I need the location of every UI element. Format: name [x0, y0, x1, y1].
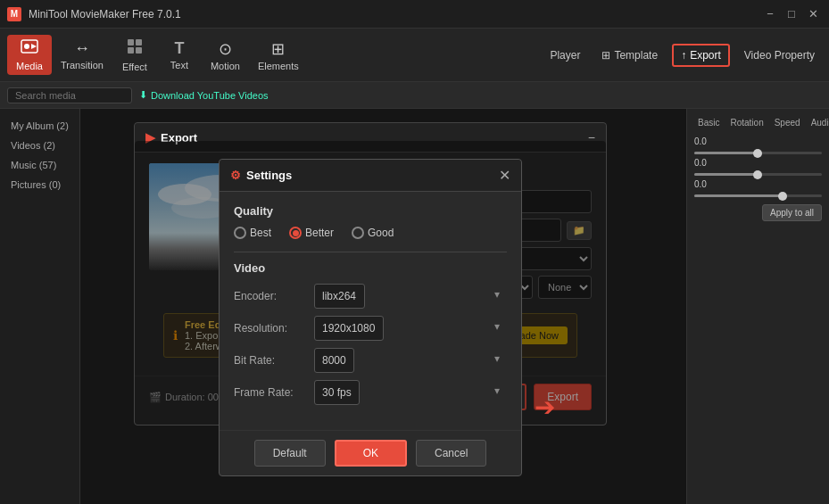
settings-quality-title: Quality [234, 204, 507, 218]
sidebar: My Album (2) Videos (2) Music (57) Pictu… [0, 109, 80, 504]
settings-modal-footer: Default OK Cancel [220, 430, 521, 475]
template-icon: ⊞ [601, 49, 610, 62]
export-modal-overlay: ▶ Export − [80, 109, 686, 504]
encoder-select[interactable]: libx264libx265mpeg4 [314, 284, 365, 309]
quality-better-option[interactable]: Better [289, 227, 334, 239]
right-panel-values: 0.0 0.0 0.0 [694, 136, 822, 197]
resolution-select[interactable]: 1920x10801280x720640x480 [314, 316, 384, 341]
motion-icon: ⊙ [219, 39, 232, 59]
quality-good-radio[interactable] [352, 227, 364, 239]
toolbar-effect[interactable]: Effect [112, 34, 157, 76]
elements-icon: ⊞ [271, 39, 285, 59]
window-controls: − □ ✕ [761, 5, 822, 23]
sidebar-item-pictures[interactable]: Pictures (0) [4, 175, 76, 194]
quality-good-label: Good [368, 227, 394, 239]
rp-slider-1[interactable] [694, 152, 822, 154]
main-toolbar: Media ↔ Transition Effect T Text ⊙ Motio… [0, 29, 829, 82]
quality-best-radio[interactable] [234, 227, 246, 239]
toolbar-media[interactable]: Media [7, 35, 52, 75]
sidebar-item-my-album[interactable]: My Album (2) [4, 116, 76, 136]
framerate-label: Frame Rate: [234, 386, 305, 399]
close-button[interactable]: ✕ [804, 5, 822, 23]
settings-quality-section: Quality Best [234, 204, 507, 239]
tab-rotation[interactable]: Rotation [726, 116, 767, 129]
settings-modal-header: ⚙ Settings ✕ [220, 160, 521, 192]
encoder-label: Encoder: [234, 290, 305, 302]
toolbar-transition[interactable]: ↔ Transition [52, 36, 112, 74]
tab-speed[interactable]: Speed [771, 116, 804, 129]
download-icon: ⬇ [139, 89, 147, 101]
main-area: My Album (2) Videos (2) Music (57) Pictu… [0, 109, 829, 504]
svg-point-1 [24, 44, 29, 49]
ok-button[interactable]: OK [335, 440, 407, 467]
quality-best-option[interactable]: Best [234, 227, 271, 239]
transition-icon: ↔ [74, 39, 90, 58]
bitrate-select-wrapper: 8000600040002000 [314, 348, 507, 373]
default-button[interactable]: Default [254, 440, 326, 467]
text-icon: T [174, 39, 184, 58]
second-toolbar: ⬇ Download YouTube Videos [0, 82, 829, 109]
settings-modal-overlay: ⚙ Settings ✕ Quality [135, 141, 606, 425]
export-button[interactable]: ↑ Export [672, 44, 730, 67]
resolution-label: Resolution: [234, 322, 305, 335]
bitrate-row: Bit Rate: 8000600040002000 [234, 348, 507, 373]
quality-best-label: Best [250, 227, 271, 239]
search-input[interactable] [7, 87, 132, 103]
settings-modal-title: ⚙ Settings [230, 169, 292, 182]
framerate-select-wrapper: 30 fps60 fps24 fps25 fps [314, 380, 507, 405]
template-button[interactable]: ⊞ Template [594, 45, 665, 65]
settings-modal: ⚙ Settings ✕ Quality [219, 159, 522, 476]
svg-rect-3 [136, 39, 142, 45]
maximize-button[interactable]: □ [783, 5, 800, 23]
tab-basic[interactable]: Basic [694, 116, 723, 129]
apply-to-all-button[interactable]: Apply to all [762, 204, 822, 221]
encoder-select-wrapper: libx264libx265mpeg4 [314, 284, 507, 309]
right-panel: Basic Rotation Speed Audio 0.0 0.0 0.0 [686, 109, 829, 504]
svg-rect-4 [128, 47, 134, 54]
right-panel-tabs: Basic Rotation Speed Audio [694, 116, 822, 129]
framerate-select[interactable]: 30 fps60 fps24 fps25 fps [314, 380, 360, 405]
download-youtube-button[interactable]: ⬇ Download YouTube Videos [139, 89, 269, 101]
video-property-button[interactable]: Video Property [737, 45, 822, 65]
player-label: Player [550, 49, 580, 62]
elements-label: Elements [258, 61, 299, 71]
framerate-row: Frame Rate: 30 fps60 fps24 fps25 fps [234, 380, 507, 405]
rp-slider-3[interactable] [694, 194, 822, 197]
minimize-button[interactable]: − [761, 5, 779, 23]
arrow-indicator: ➔ [535, 392, 555, 422]
quality-options-row: Best Better [234, 227, 507, 239]
quality-better-label: Better [305, 227, 334, 239]
sidebar-item-videos[interactable]: Videos (2) [4, 136, 76, 155]
effect-icon [126, 37, 144, 60]
media-icon [21, 38, 38, 59]
resolution-row: Resolution: 1920x10801280x720640x480 [234, 316, 507, 341]
sidebar-item-music[interactable]: Music (57) [4, 155, 76, 175]
toolbar-motion[interactable]: ⊙ Motion [202, 36, 249, 75]
svg-rect-2 [128, 39, 134, 45]
app-icon: M [7, 7, 21, 21]
content-area: ▶ Export − [80, 109, 686, 504]
app-title: MiniTool MovieMaker Free 7.0.1 [29, 8, 761, 21]
rp-slider-2[interactable] [694, 173, 822, 176]
tab-audio[interactable]: Audio [808, 116, 829, 129]
bitrate-select[interactable]: 8000600040002000 [314, 348, 354, 373]
video-property-label: Video Property [744, 49, 815, 62]
export-icon: ↑ [681, 49, 686, 62]
toolbar-elements[interactable]: ⊞ Elements [249, 36, 308, 75]
settings-close-button[interactable]: ✕ [499, 167, 510, 184]
motion-label: Motion [211, 61, 240, 71]
rp-row-2: 0.0 [694, 158, 822, 168]
toolbar-text[interactable]: T Text [157, 36, 202, 74]
toolbar-right: Player ⊞ Template ↑ Export Video Propert… [543, 44, 822, 67]
transition-label: Transition [61, 60, 104, 70]
media-label: Media [16, 61, 43, 71]
encoder-row: Encoder: libx264libx265mpeg4 [234, 284, 507, 309]
player-button[interactable]: Player [543, 45, 587, 65]
quality-better-radio[interactable] [289, 227, 302, 239]
quality-good-option[interactable]: Good [352, 227, 394, 239]
export-label: Export [690, 49, 721, 62]
template-label: Template [614, 49, 658, 62]
cancel-button[interactable]: Cancel [416, 440, 486, 467]
bitrate-label: Bit Rate: [234, 354, 305, 367]
settings-video-section: Video Encoder: libx264libx265mpeg4 [234, 252, 507, 405]
